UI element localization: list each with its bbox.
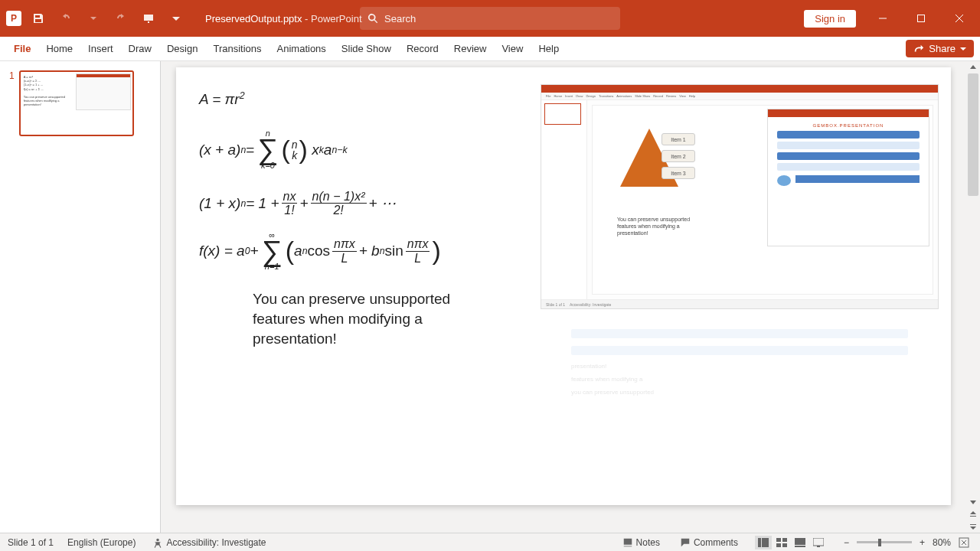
eq2-x: x [312,142,319,158]
slideshow-view-button[interactable] [810,536,827,549]
vertical-scrollbar[interactable] [966,61,980,533]
search-placeholder: Search [384,13,416,24]
svg-rect-10 [782,543,787,547]
qat-customize[interactable] [165,8,187,29]
eq4-bn: + b [359,243,380,259]
eq2-sigma: n ∑ k=0 [257,129,278,169]
search-box[interactable]: Search [360,7,620,30]
svg-rect-5 [758,538,761,547]
tab-file[interactable]: File [6,38,38,59]
svg-rect-12 [795,546,805,547]
share-button[interactable]: Share [906,40,974,57]
slide-editor: A = πr2 (x + a)n = n ∑ k=0 ( n k ) xk [161,61,966,533]
fit-window-button[interactable] [956,536,972,549]
eq4-plus1: + [250,243,259,259]
eq4-lhs: f(x) = a [199,243,245,259]
tab-transitions[interactable]: Transitions [205,38,269,59]
embedded-reflection: presentation! features when modifying a … [541,321,939,459]
ribbon: File Home Insert Draw Design Transitions… [0,37,980,61]
embedded-ribbon: FileHomeInsertDrawDesignTransitionsAnima… [541,93,938,100]
app-name-suffix: - PowerPoint [302,13,361,24]
eq2-a-sup: n−k [332,145,347,155]
zoom-control: − + 80% [841,536,972,549]
embedded-nested-body: GEMBOX.PRESENTATION [768,117,929,194]
tab-insert[interactable]: Insert [80,38,121,59]
eq3-tail: + ⋯ [369,194,396,212]
embedded-statusbar: Slide 1 of 1Accessibility: Investigate [541,299,938,308]
zoom-in-button[interactable]: + [916,536,928,549]
signin-button[interactable]: Sign in [804,10,856,28]
normal-view-button[interactable] [755,536,772,549]
undo-button[interactable] [55,8,77,29]
titlebar-right: Sign in [804,6,980,31]
zoom-out-button[interactable]: − [841,536,852,549]
scroll-up-button[interactable] [967,61,979,73]
notes-button[interactable]: Notes [619,536,663,549]
accessibility-button[interactable]: Accessibility: Investigate [149,536,269,549]
embedded-slide: Item 1 Item 2 Item 3 You can preserve un… [592,105,933,295]
svg-rect-6 [762,538,769,547]
embedded-thumb [544,103,581,125]
eq4-frac1: nπxL [332,237,357,265]
accessibility-icon [152,537,163,548]
present-button[interactable] [138,8,159,29]
tab-draw[interactable]: Draw [121,38,159,59]
thumbnail-embedded-image [76,73,131,110]
scroll-thumb[interactable] [968,73,978,196]
minimize-button[interactable] [865,6,900,31]
eq2-sum-bot: k=0 [261,161,275,170]
tab-design[interactable]: Design [159,38,205,59]
nested-row [777,152,920,160]
svg-point-4 [157,538,160,541]
eq4-sum-bot: n=1 [265,262,279,271]
nested-oval [777,175,791,186]
undo-dropdown[interactable] [83,8,104,29]
prev-slide-button[interactable] [967,508,979,520]
zoom-slider-track[interactable] [857,541,912,543]
embedded-status-access: Accessibility: Investigate [570,302,611,307]
save-button[interactable] [28,8,49,29]
eq4-a0-sub: 0 [245,246,250,256]
app-icon: P [6,11,21,26]
embedded-screenshot: FileHomeInsertDrawDesignTransitionsAnima… [541,84,939,459]
eq2-lhs: (x + a) [199,142,240,158]
slide-caption: You can preserve unsupported features wh… [253,289,452,348]
tab-help[interactable]: Help [531,38,567,59]
tab-animations[interactable]: Animations [270,38,334,59]
embedded-nested-window: GEMBOX.PRESENTATION [767,109,929,246]
thumbnail-item[interactable]: 1 A = πr²(x+a)ⁿ = Σ ...(1+x)ⁿ = 1 + ...f… [9,70,151,136]
tab-view[interactable]: View [494,38,531,59]
embedded-nested-titlebar [768,109,929,117]
tab-slideshow[interactable]: Slide Show [334,38,399,59]
maximize-button[interactable] [903,6,939,31]
eq2-a: a [324,142,332,158]
comments-button[interactable]: Comments [677,536,741,549]
redo-button[interactable] [110,8,132,29]
tab-review[interactable]: Review [446,38,495,59]
zoom-slider-handle[interactable] [878,539,881,546]
notes-icon [622,537,633,548]
tab-record[interactable]: Record [399,38,446,59]
scroll-down-button[interactable] [967,496,979,508]
embedded-caption: You can preserve unsupported features wh… [617,216,694,236]
zoom-percent[interactable]: 80% [933,537,951,548]
scroll-track[interactable] [967,73,979,496]
nested-row [777,163,920,171]
language-indicator[interactable]: English (Europe) [67,537,136,548]
reading-view-button[interactable] [792,536,808,549]
sorter-view-button[interactable] [773,536,790,549]
svg-rect-14 [817,546,820,547]
slide-canvas[interactable]: A = πr2 (x + a)n = n ∑ k=0 ( n k ) xk [176,67,951,505]
share-icon [913,44,924,54]
window-title: PreservedOutput.pptx - PowerPoint [205,13,362,24]
slide-counter[interactable]: Slide 1 of 1 [8,537,54,548]
svg-rect-11 [795,538,805,545]
tab-home[interactable]: Home [38,38,80,59]
close-button[interactable] [942,6,977,31]
next-slide-button[interactable] [967,520,979,533]
eq3-lhs: (1 + x) [199,195,240,212]
thumbnail-preview[interactable]: A = πr²(x+a)ⁿ = Σ ...(1+x)ⁿ = 1 + ...f(x… [19,70,134,136]
embedded-window: FileHomeInsertDrawDesignTransitionsAnima… [541,84,939,309]
eq2-lhs-sup: n [240,145,246,155]
eq2-binom-bot: k [292,150,297,161]
